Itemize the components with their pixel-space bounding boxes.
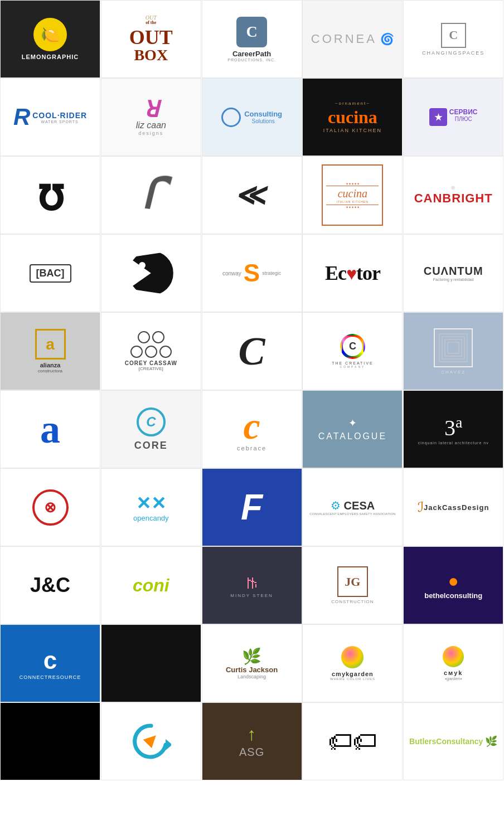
cell-cucina2[interactable]: ✦✦✦✦✦ cucina ITALIAN KITCHEN ✦✦✦✦✦ <box>302 156 403 234</box>
cell-clogo[interactable]: C <box>202 312 302 390</box>
cell-jandco[interactable]: J&C <box>0 546 100 624</box>
cell-mindysteen[interactable]: ꑛ MINDY STEEN <box>202 546 302 624</box>
cell-slashes[interactable]: ≪ <box>202 156 302 234</box>
jg-icon: JG <box>337 566 368 597</box>
cell-coreycassaw[interactable]: COREY CASSAW [CREATIVE] <box>101 312 201 390</box>
pac-eye <box>139 262 146 269</box>
cell-curtisjackson[interactable]: 🌿 Curtis Jackson Landscaping <box>202 624 302 702</box>
cell-canbright[interactable]: ◎ CANBRIGHT <box>403 156 503 234</box>
cell-pacman[interactable] <box>101 234 201 312</box>
cell-careerpath[interactable]: C CareerPath PRODUCTIONS, INC. <box>202 0 302 78</box>
lemongraphic-label: LEMONGRAPHIC <box>22 54 79 60</box>
cell-alogo[interactable]: a <box>0 390 100 468</box>
cell-arrowc[interactable] <box>101 702 201 780</box>
cell-blackbox <box>101 624 201 702</box>
cell-cmyk2[interactable]: смyk •garden• <box>403 624 503 702</box>
cell-lizcaan[interactable]: ꓤ liz caan designs <box>101 78 201 156</box>
cs-icon: C <box>441 23 466 48</box>
cornea-label: CORNEA <box>311 32 377 46</box>
creative-c: C <box>343 337 362 356</box>
cell-outofbox[interactable]: OUT of the OUT BOX <box>101 0 201 78</box>
cg-icon <box>341 646 364 668</box>
cj-leaf-icon: 🌿 <box>242 647 261 666</box>
maze-svg <box>437 331 470 365</box>
cucina-label: cucina <box>328 107 377 128</box>
logo-grid: 🍋 LEMONGRAPHIC OUT of the OUT BOX C Care… <box>0 0 504 780</box>
cmyk2-label: смyk <box>444 669 463 676</box>
l-symbol: ꓩ <box>142 173 162 217</box>
cell-flogo[interactable]: F <box>202 468 302 546</box>
cell-opencandy[interactable]: ✕✕ opencandy <box>101 468 201 546</box>
cell-coolrider[interactable]: R COOL·RIDER WATER SPORTS <box>0 78 100 156</box>
cell-cuantum[interactable]: CUΛNTUM Factoring y rentabilidad <box>403 234 503 312</box>
jandco-label: J&C <box>30 574 70 597</box>
cell-servis[interactable]: ★ СЕРВИС ПЛЮС <box>403 78 503 156</box>
cell-cucina[interactable]: ~ornament~ cucina ITALIAN KITCHEN <box>302 78 403 156</box>
cell-creative[interactable]: C THE CREATIVE COMPANY <box>302 312 403 390</box>
cmyk2-sub: •garden• <box>445 676 462 681</box>
f-symbol: F <box>241 487 263 528</box>
cell-core[interactable]: C CORE <box>101 390 201 468</box>
cell-jackcass[interactable]: ℐ JackCassDesign <box>403 468 503 546</box>
cell-cornea[interactable]: CORNEA 🌀 <box>302 0 403 78</box>
cell-conway[interactable]: conway S strategic <box>202 234 302 312</box>
cell-butlers[interactable]: ButlersConsultancy 🌿 <box>403 702 503 780</box>
cell-taglogos[interactable]: 🏷🏷 <box>302 702 403 780</box>
cell-cmykgarden[interactable]: cmykgarden WHERE COLOR LIVES <box>302 624 403 702</box>
cell-catalogue[interactable]: ✦ CATALOGUE <box>302 390 403 468</box>
cell-ecator[interactable]: Ec♥tor <box>302 234 403 312</box>
conway-word: conway <box>222 270 241 276</box>
cell-alianza[interactable]: a alianza constructora <box>0 312 100 390</box>
servis-sub: ПЛЮС <box>449 116 478 122</box>
cc-icon <box>130 331 172 358</box>
conway-s: S <box>244 261 260 285</box>
ms-label: MINDY STEEN <box>230 593 273 598</box>
cg-sub: WHERE COLOR LIVES <box>330 677 375 681</box>
a-symbol: a <box>40 409 60 449</box>
cell-bethel[interactable]: ● bethelconsulting <box>403 546 503 624</box>
cj-row: 🌿 <box>242 647 261 666</box>
cell-ba[interactable]: 3a cinquain lateral architecture nv <box>403 390 503 468</box>
cell-lshape[interactable]: ꓩ <box>101 156 201 234</box>
ali-icon: a <box>35 329 66 360</box>
cg-label: cmykgarden <box>332 671 374 677</box>
xc-symbol: ⊗ <box>44 499 56 516</box>
cell-changingspaces[interactable]: C CHANGINGSPACES <box>403 0 503 78</box>
canbright-label: CANBRIGHT <box>414 191 493 206</box>
svg-rect-3 <box>448 342 459 353</box>
slashes-symbol: ≪ <box>234 178 270 212</box>
outofbox-main: OUT <box>129 28 173 46</box>
cr-sub: WATER SPORTS <box>32 120 87 124</box>
servis-label: СЕРВИС <box>449 108 478 116</box>
cell-lemongraphic[interactable]: 🍋 LEMONGRAPHIC <box>0 0 100 78</box>
cesa-icon: ⚙ <box>331 499 341 512</box>
cell-chavez[interactable]: CHAVEZ <box>403 312 503 390</box>
cr-label: COOL·RIDER <box>32 111 87 120</box>
cell-coni[interactable]: coni <box>101 546 201 624</box>
xc-icon: ⊗ <box>32 489 69 526</box>
cell-consulting[interactable]: Consulting Solutions <box>202 78 302 156</box>
cell-connectresource[interactable]: c CONNECTRESOURCE <box>0 624 100 702</box>
consulting-sub: Solutions <box>244 118 282 124</box>
cell-organic[interactable]: ↑ ASG <box>202 702 302 780</box>
ecator-label: Ec♥tor <box>325 261 380 285</box>
tag-icon: 🏷🏷 <box>328 727 377 755</box>
cell-cesa[interactable]: ⚙ CESA CONVALESCENT EMPLOYERS SAFETY ASS… <box>302 468 403 546</box>
ms-icon: ꑛ <box>243 572 261 593</box>
ali-letter: a <box>46 336 55 353</box>
cell-blackbox2 <box>0 702 100 780</box>
cell-jgconstruction[interactable]: JG CONSTRUCTION <box>302 546 403 624</box>
cell-xc[interactable]: ⊗ <box>0 468 100 546</box>
cucina2-border: ✦✦✦✦✦ cucina ITALIAN KITCHEN ✦✦✦✦✦ <box>322 164 383 226</box>
cr-r-icon: R <box>13 105 30 129</box>
beth-icon: ● <box>448 571 459 591</box>
servis-star: ★ <box>434 112 442 123</box>
liz-eye-icon: ꓤ <box>143 98 159 120</box>
cell-ulogo[interactable]: ʊ <box>0 156 100 234</box>
cell-cebrace[interactable]: c cebrace <box>202 390 302 468</box>
consulting-icon <box>221 108 241 127</box>
careerpath-icon: C <box>236 17 267 47</box>
cj-sub: Landscaping <box>238 674 266 679</box>
cmyk2-icon <box>443 646 464 667</box>
cell-bac[interactable]: [BAC] <box>0 234 100 312</box>
